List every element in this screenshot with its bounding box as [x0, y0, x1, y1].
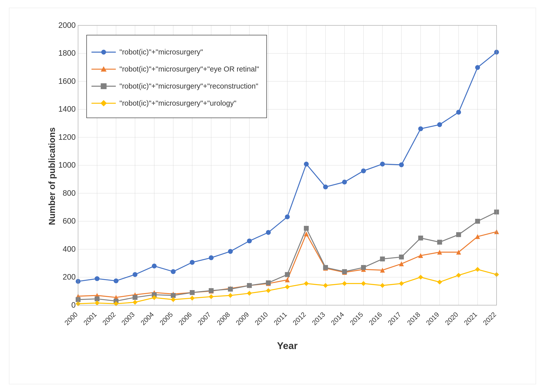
svg-rect-169 — [101, 83, 106, 89]
chart-area: 0 200 400 600 800 1000 1200 1400 1600 18… — [39, 18, 521, 354]
svg-rect-134 — [399, 254, 404, 259]
svg-rect-132 — [361, 265, 366, 270]
svg-rect-130 — [323, 265, 328, 270]
svg-point-91 — [456, 110, 461, 115]
svg-text:1600: 1600 — [58, 77, 76, 86]
x-axis-title: Year — [277, 340, 298, 351]
svg-rect-120 — [132, 295, 137, 300]
svg-text:1400: 1400 — [58, 105, 76, 113]
svg-point-74 — [132, 272, 137, 277]
svg-rect-125 — [228, 287, 233, 291]
legend-label-3: "robot(ic)"+"microsurgery"+"reconstructi… — [119, 82, 258, 90]
svg-point-81 — [266, 230, 271, 235]
legend-label-2: "robot(ic)"+"microsurgery"+"eye OR retin… — [119, 65, 259, 73]
svg-point-82 — [285, 214, 290, 219]
svg-rect-133 — [380, 256, 385, 261]
svg-text:600: 600 — [63, 217, 76, 225]
y-axis-title: Number of publications — [47, 127, 57, 225]
svg-rect-127 — [266, 280, 271, 285]
svg-point-87 — [380, 162, 385, 166]
chart-svg: 0 200 400 600 800 1000 1200 1400 1600 18… — [39, 18, 521, 354]
legend-label-4: "robot(ic)"+"microsurgery"+"urology" — [119, 99, 236, 107]
svg-point-83 — [304, 162, 309, 166]
svg-rect-128 — [285, 272, 290, 277]
svg-text:400: 400 — [63, 245, 76, 253]
svg-text:200: 200 — [63, 273, 76, 281]
svg-point-88 — [399, 162, 404, 167]
svg-point-165 — [101, 50, 106, 54]
svg-point-89 — [418, 126, 423, 131]
svg-point-75 — [152, 264, 157, 268]
svg-text:1800: 1800 — [58, 49, 76, 57]
svg-text:1000: 1000 — [58, 161, 76, 169]
svg-rect-122 — [171, 293, 176, 298]
svg-rect-137 — [456, 232, 461, 237]
chart-container: 0 200 400 600 800 1000 1200 1400 1600 18… — [9, 8, 536, 384]
svg-point-90 — [437, 122, 442, 127]
legend-label-1: "robot(ic)"+"microsurgery" — [119, 48, 203, 56]
svg-rect-138 — [475, 219, 480, 224]
svg-point-84 — [323, 184, 328, 189]
svg-point-76 — [171, 269, 176, 274]
svg-point-80 — [247, 238, 252, 243]
svg-text:1200: 1200 — [58, 133, 76, 142]
svg-text:2000: 2000 — [58, 21, 76, 30]
svg-rect-135 — [418, 236, 423, 240]
svg-text:800: 800 — [63, 189, 76, 198]
svg-text:0: 0 — [71, 301, 76, 309]
svg-point-79 — [228, 249, 233, 254]
svg-point-73 — [114, 278, 118, 283]
svg-point-77 — [190, 260, 194, 265]
svg-point-72 — [95, 276, 99, 281]
svg-rect-123 — [190, 290, 194, 295]
svg-rect-124 — [209, 288, 214, 293]
svg-point-86 — [361, 168, 366, 173]
svg-rect-126 — [247, 283, 252, 288]
svg-point-85 — [342, 180, 347, 184]
svg-point-92 — [475, 65, 480, 70]
svg-point-78 — [209, 255, 214, 260]
svg-rect-131 — [342, 269, 347, 274]
svg-rect-129 — [304, 226, 309, 231]
svg-rect-136 — [437, 240, 442, 244]
